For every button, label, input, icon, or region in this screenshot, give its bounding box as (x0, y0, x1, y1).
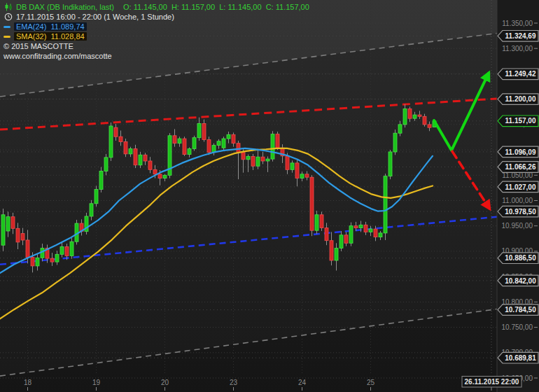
price-axis-label: 11.350,00 (502, 20, 533, 27)
ohlc-values: O: 11.145,00 H: 11.157,00 L: 11.145,00 C… (123, 3, 309, 11)
svg-text:11.027,00: 11.027,00 (505, 183, 536, 191)
price-tag: 11.066,26 (498, 162, 538, 173)
svg-text:10.842,00: 10.842,00 (505, 277, 536, 285)
trading-chart-window: 11.350,0011.300,0011.250,0011.200,0011.1… (0, 0, 539, 392)
price-tag: 11.027,00 (498, 181, 538, 192)
time-axis-label: 19 (92, 379, 101, 386)
svg-text:10.689,81: 10.689,81 (505, 354, 536, 362)
price-tag: 10.978,50 (498, 206, 538, 217)
svg-text:11.066,26: 11.066,26 (505, 163, 536, 171)
svg-text:11.324,69: 11.324,69 (505, 32, 536, 40)
timeframe-row: 17.11.2015 16:00 - 22:00 (1 Woche, 1 Stu… (4, 12, 309, 22)
price-axis-label: 11.000,00 (502, 197, 533, 204)
copyright-label: © 2015 MASCOTTE (4, 41, 309, 51)
price-axis[interactable]: 11.350,0011.300,0011.250,0011.200,0011.1… (497, 0, 539, 392)
price-tag: 11.157,00 (498, 115, 538, 127)
svg-text:11.096,09: 11.096,09 (505, 148, 536, 156)
price-tag: 10.784,50 (498, 304, 538, 316)
timeframe-label: 17.11.2015 16:00 - 22:00 (1 Woche, 1 Stu… (16, 13, 174, 21)
ema-value: 11.089,74 (51, 22, 85, 31)
sma-label: SMA(32) (16, 32, 46, 41)
svg-text:11.157,00: 11.157,00 (505, 117, 536, 125)
instrument-title: DB DAX (DB Indikation, last) (16, 3, 114, 11)
svg-text:10.978,50: 10.978,50 (505, 208, 536, 216)
price-tag: 11.200,00 (498, 94, 538, 105)
chart-legend: DB DAX (DB Indikation, last) O: 11.145,0… (4, 2, 309, 61)
svg-text:10.784,50: 10.784,50 (505, 306, 536, 314)
instrument-row: DB DAX (DB Indikation, last) O: 11.145,0… (4, 2, 309, 12)
svg-text:11.249,42: 11.249,42 (505, 70, 536, 78)
price-axis-label: 10.950,00 (502, 222, 533, 230)
ema-label: EMA(24) (16, 22, 46, 31)
svg-text:11.200,00: 11.200,00 (505, 95, 536, 103)
time-axis-label: 25 (367, 379, 375, 386)
clock-icon (4, 13, 13, 21)
time-axis-label: 24 (298, 379, 307, 386)
time-axis-label: 18 (24, 379, 32, 386)
time-axis-label: 20 (161, 379, 169, 386)
time-axis-label: 23 (230, 379, 238, 386)
price-tag: 11.324,69 (498, 31, 538, 42)
svg-text:10.886,50: 10.886,50 (505, 254, 536, 262)
website-label: www.confitrading.com/mascotte (4, 51, 309, 61)
price-tag: 11.096,09 (498, 146, 538, 158)
price-tag: 10.842,00 (498, 275, 538, 286)
price-tag: 11.249,42 (498, 69, 538, 80)
price-tag: 10.689,81 (498, 352, 538, 363)
price-tag: 10.886,50 (498, 253, 538, 264)
ema-indicator-row: EMA(24) 11.089,74 (4, 22, 309, 31)
price-axis-label: 11.300,00 (502, 45, 533, 52)
svg-text:26.11.2015 22:00: 26.11.2015 22:00 (465, 378, 519, 386)
sma-indicator-row: SMA(32) 11.028,84 (4, 31, 309, 41)
sma-line-swatch (4, 36, 10, 38)
sma-value: 11.028,84 (51, 32, 85, 41)
ema-line-swatch (4, 26, 10, 28)
price-axis-label: 10.750,00 (502, 323, 533, 331)
candlestick-icon (4, 3, 13, 11)
